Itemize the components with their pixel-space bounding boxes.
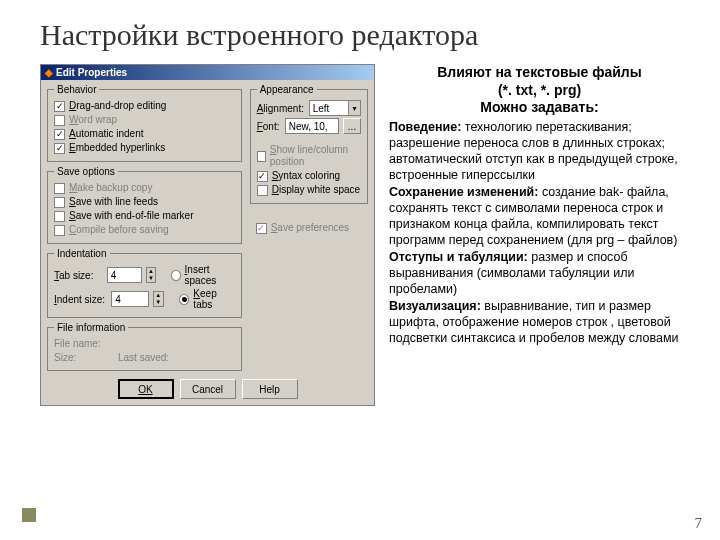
group-save-legend: Save options: [54, 166, 118, 177]
alignment-combo[interactable]: Left ▼: [309, 100, 361, 116]
checkbox-wordwrap[interactable]: Word wrap: [54, 114, 235, 126]
group-behavior: Behavior ✓Drag-and-drop editing Word wra…: [47, 84, 242, 162]
tabsize-spinner[interactable]: ▲▼: [146, 267, 156, 283]
group-appearance: Appearance Alignment: Left ▼ Font: Co: [250, 84, 368, 204]
group-indentation: Indentation Tab size: 4 ▲▼ Insert spaces: [47, 248, 242, 318]
filename-label: File name:: [54, 338, 235, 350]
dialog-titlebar: ◆ Edit Properties: [41, 65, 374, 80]
group-fileinfo: File information File name: Size: Last s…: [47, 322, 242, 371]
checkbox-eof[interactable]: Save with end-of-file marker: [54, 210, 235, 222]
indentsize-label: Indent size:: [54, 294, 107, 305]
explanation-text: Влияют на текстовые файлы (*. txt, *. pr…: [389, 64, 690, 406]
group-save: Save options Make backup copy Save with …: [47, 166, 242, 244]
radio-insert-spaces[interactable]: [171, 270, 181, 281]
tabsize-label: Tab size:: [54, 270, 103, 281]
chevron-down-icon: ▼: [348, 101, 360, 115]
font-input[interactable]: Courier New, 10, N,: [285, 118, 339, 134]
checkbox-autoindent[interactable]: ✓Automatic indent: [54, 128, 235, 140]
footer-accent-icon: [22, 508, 36, 522]
checkbox-whitespace[interactable]: Display white space: [257, 184, 361, 196]
checkbox-compile[interactable]: Compile before saving: [54, 224, 235, 236]
font-label: Font:: [257, 121, 281, 132]
group-behavior-legend: Behavior: [54, 84, 99, 95]
page-number: 7: [695, 515, 703, 532]
cancel-button[interactable]: Cancel: [180, 379, 236, 399]
checkbox-linecol[interactable]: Show line/column position: [257, 144, 361, 168]
edit-properties-dialog: ◆ Edit Properties Behavior ✓Drag-and-dro…: [40, 64, 375, 406]
checkbox-linefeeds[interactable]: Save with line feeds: [54, 196, 235, 208]
size-label: Size:: [54, 352, 114, 363]
alignment-label: Alignment:: [257, 103, 305, 114]
tabsize-input[interactable]: 4: [107, 267, 142, 283]
indentsize-spinner[interactable]: ▲▼: [153, 291, 164, 307]
checkbox-syntax[interactable]: ✓Syntax coloring: [257, 170, 361, 182]
dialog-title: Edit Properties: [56, 67, 127, 78]
fox-icon: ◆: [45, 67, 53, 78]
group-appearance-legend: Appearance: [257, 84, 317, 95]
radio-keep-tabs[interactable]: [179, 294, 189, 305]
checkbox-backup[interactable]: Make backup copy: [54, 182, 235, 194]
checkbox-saveprefs[interactable]: ✓Save preferences: [256, 222, 368, 234]
group-indent-legend: Indentation: [54, 248, 110, 259]
slide-title: Настройки встроенного редактора: [40, 18, 690, 52]
lastsaved-label: Last saved:: [118, 352, 169, 363]
indentsize-input[interactable]: 4: [111, 291, 148, 307]
ok-button[interactable]: OK: [118, 379, 174, 399]
checkbox-dragdrop[interactable]: ✓Drag-and-drop editing: [54, 100, 235, 112]
checkbox-hyperlinks[interactable]: ✓Embedded hyperlinks: [54, 142, 235, 154]
group-fileinfo-legend: File information: [54, 322, 128, 333]
help-button[interactable]: Help: [242, 379, 298, 399]
font-browse-button[interactable]: ...: [343, 118, 361, 134]
